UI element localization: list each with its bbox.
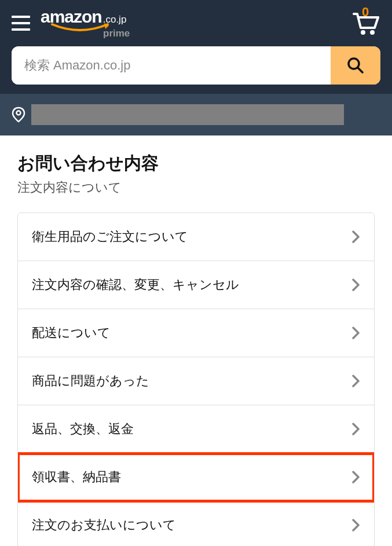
topic-item-label: 領収書、納品書 [32,468,121,486]
svg-point-0 [361,30,365,35]
search-input[interactable] [12,46,331,85]
topic-item[interactable]: 注文内容の確認、変更、キャンセル [18,261,374,309]
page-subtitle: 注文内容について [17,179,375,196]
search-icon [347,57,364,74]
topic-item-label: 商品に問題があった [32,372,149,390]
header: amazon .co.jp prime 0 [0,0,392,135]
topic-item[interactable]: 商品に問題があった [18,357,374,405]
search-button[interactable] [331,46,380,85]
topic-item[interactable]: 注文のお支払いについて [18,501,374,546]
topic-item[interactable]: 配送について [18,309,374,357]
amazon-logo[interactable]: amazon .co.jp prime [41,7,130,39]
chevron-right-icon [352,278,360,292]
header-top: amazon .co.jp prime 0 [0,0,392,46]
topic-item-label: 返品、交換、返金 [32,420,134,438]
location-bar[interactable] [0,94,392,135]
svg-point-4 [17,111,21,115]
menu-button[interactable] [12,16,30,31]
location-text-redacted [31,104,344,125]
topic-item-label: 配送について [32,324,111,342]
chevron-right-icon [352,230,360,244]
chevron-right-icon [352,326,360,340]
cart-count: 0 [362,5,369,20]
svg-point-1 [370,30,375,35]
smile-icon [51,23,109,34]
topic-list: 衛生用品のご注文について注文内容の確認、変更、キャンセル配送について商品に問題が… [17,212,375,546]
topic-item[interactable]: 領収書、納品書 [18,453,374,501]
cart-button[interactable]: 0 [350,8,380,38]
chevron-right-icon [352,470,360,484]
chevron-right-icon [352,422,360,436]
topic-item-label: 注文のお支払いについて [32,516,176,534]
content: お問い合わせ内容 注文内容について 衛生用品のご注文について注文内容の確認、変更… [0,135,392,546]
header-left: amazon .co.jp prime [12,7,130,39]
topic-item-label: 衛生用品のご注文について [32,228,188,245]
topic-item[interactable]: 衛生用品のご注文について [18,213,374,261]
topic-item-label: 注文内容の確認、変更、キャンセル [32,276,239,294]
location-icon [12,107,25,123]
logo-prime: prime [103,28,130,39]
search-bar [12,46,380,85]
chevron-right-icon [352,518,360,532]
topic-item[interactable]: 返品、交換、返金 [18,405,374,453]
chevron-right-icon [352,374,360,388]
page-title: お問い合わせ内容 [17,152,375,175]
svg-line-3 [358,68,362,72]
